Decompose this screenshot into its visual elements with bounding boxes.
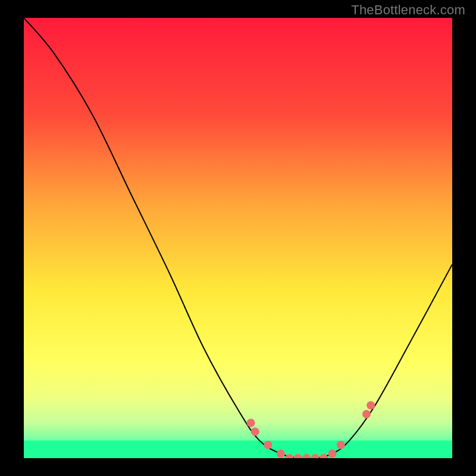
curve-marker <box>264 441 272 449</box>
gradient-background <box>24 18 452 458</box>
curve-marker <box>328 450 336 458</box>
chart-container: TheBottleneck.com <box>0 0 476 476</box>
curve-marker <box>251 428 259 436</box>
attribution-label: TheBottleneck.com <box>351 2 465 18</box>
curve-marker <box>247 419 255 427</box>
curve-marker <box>337 441 345 449</box>
curve-marker <box>362 410 371 418</box>
chart-svg <box>24 18 452 458</box>
optimal-band <box>24 440 452 458</box>
plot-area <box>24 18 452 458</box>
curve-marker <box>277 450 285 458</box>
curve-marker <box>367 401 375 409</box>
